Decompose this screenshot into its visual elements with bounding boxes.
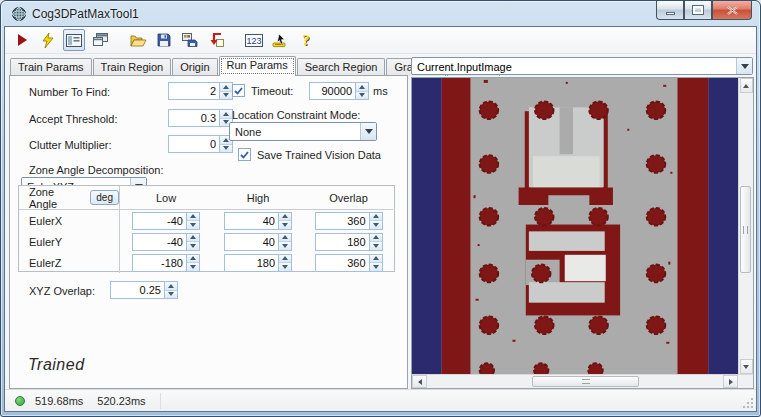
horizontal-scroll-thumb[interactable]	[532, 376, 639, 387]
scroll-right-button[interactable]	[723, 375, 738, 388]
xyz-overlap-spinner[interactable]	[164, 282, 177, 298]
eulerz-high-input[interactable]: 180	[224, 254, 292, 272]
accept-threshold-input[interactable]: 0.3	[168, 109, 233, 127]
eulerz-overlap-input[interactable]: 360	[315, 254, 383, 272]
status-bar: 519.68ms 520.23ms	[5, 389, 756, 411]
open-folder-icon	[130, 34, 147, 47]
row-label-eulery: EulerY	[19, 231, 120, 252]
save-trained-label: Save Trained Vision Data	[257, 149, 381, 161]
deg-unit-button[interactable]: deg	[90, 190, 119, 205]
tab-train-region[interactable]: Train Region	[93, 58, 172, 76]
clutter-multiplier-label: Clutter Multiplier:	[29, 139, 112, 151]
eulerz-low-input[interactable]: -180	[132, 254, 200, 272]
eulerx-overlap-input[interactable]: 360	[315, 212, 383, 230]
chevron-down-icon[interactable]	[736, 58, 752, 74]
window-title: Cog3DPatMaxTool1	[32, 7, 139, 21]
save-image-button[interactable]	[179, 29, 201, 51]
column-header-high: High	[212, 186, 304, 210]
app-icon	[11, 6, 27, 22]
trained-status-text: Trained	[28, 356, 85, 374]
image-panel: Current.InputImage	[408, 56, 754, 389]
close-icon	[727, 6, 738, 15]
live-run-button[interactable]	[37, 29, 59, 51]
image-source-select[interactable]: Current.InputImage	[411, 57, 753, 75]
scroll-down-button[interactable]	[740, 359, 753, 374]
tab-run-params[interactable]: Run Params	[219, 56, 296, 76]
result-display-toggle[interactable]	[63, 29, 85, 51]
help-button[interactable]: ? ?	[295, 29, 317, 51]
timeout-unit-label: ms	[373, 85, 388, 97]
location-constraint-select[interactable]: None	[229, 122, 377, 141]
close-button[interactable]	[712, 1, 752, 20]
vertical-scrollbar[interactable]	[738, 78, 753, 374]
svg-text:123: 123	[246, 36, 261, 46]
xyz-overlap-label: XYZ Overlap:	[29, 285, 95, 297]
numeric-123-icon: 123	[245, 34, 263, 47]
import-arrow-icon	[209, 33, 224, 47]
vertical-scroll-thumb[interactable]	[740, 186, 751, 273]
timeout-checkbox[interactable]	[232, 84, 245, 97]
maximize-icon	[693, 6, 703, 14]
accept-threshold-label: Accept Threshold:	[29, 113, 117, 125]
timeout-label: Timeout:	[251, 85, 293, 97]
svg-text:?: ?	[302, 33, 309, 48]
run-time-value: 519.68ms	[35, 395, 83, 407]
xyz-overlap-input[interactable]: 0.25	[110, 281, 178, 299]
scroll-left-button[interactable]	[412, 375, 427, 388]
eulery-overlap-input[interactable]: 180	[315, 233, 383, 251]
location-constraint-label: Location Constraint Mode:	[232, 109, 360, 121]
number-to-find-label: Number To Find:	[29, 86, 110, 98]
run-button[interactable]	[11, 29, 33, 51]
resize-grip[interactable]	[742, 397, 754, 409]
float-window-button[interactable]	[89, 29, 111, 51]
eulery-low-input[interactable]: -40	[132, 233, 200, 251]
pointer-tool-icon	[272, 33, 288, 48]
lightning-icon	[41, 33, 55, 48]
save-trained-checkbox[interactable]	[238, 148, 251, 161]
clutter-multiplier-input[interactable]: 0	[168, 135, 233, 153]
save-icon	[157, 33, 171, 47]
import-button[interactable]	[205, 29, 227, 51]
horizontal-scroll-track[interactable]	[427, 375, 723, 388]
horizontal-scrollbar[interactable]	[412, 375, 738, 388]
run-icon	[15, 33, 29, 47]
status-ok-icon	[15, 396, 25, 406]
help-icon: ? ?	[300, 33, 313, 48]
total-time-value: 520.23ms	[97, 395, 145, 407]
eulery-high-input[interactable]: 40	[224, 233, 292, 251]
run-params-page: Number To Find: 2 Accept Threshold: 0.3 …	[9, 75, 408, 389]
chevron-down-icon[interactable]	[360, 123, 376, 140]
number-to-find-input[interactable]: 2	[168, 82, 233, 100]
number-to-find-spinner[interactable]	[219, 83, 232, 99]
zone-angle-table: Zone Angle deg Low High Overlap EulerX -…	[18, 185, 395, 272]
minimize-icon	[666, 12, 675, 15]
result-window-icon	[66, 34, 82, 47]
eulerx-low-input[interactable]: -40	[132, 212, 200, 230]
toolbar: 123 ? ?	[5, 27, 756, 54]
check-icon	[234, 87, 243, 95]
tab-train-params[interactable]: Train Params	[10, 58, 92, 76]
save-image-icon	[182, 33, 198, 47]
zone-angle-title: Zone Angle	[29, 186, 82, 210]
tab-strip: Train Params Train Region Origin Run Par…	[9, 56, 408, 76]
input-image-display[interactable]	[412, 78, 738, 374]
title-bar[interactable]: Cog3DPatMaxTool1	[4, 1, 757, 26]
timeout-spinner[interactable]	[355, 83, 368, 99]
table-row: -40	[120, 210, 212, 231]
column-header-low: Low	[120, 186, 212, 210]
vertical-scroll-track[interactable]	[739, 93, 753, 359]
open-file-button[interactable]	[127, 29, 149, 51]
minimize-button[interactable]	[656, 1, 684, 20]
timeout-input[interactable]: 90000	[309, 82, 369, 100]
numeric-display-button[interactable]: 123	[243, 29, 265, 51]
tab-origin[interactable]: Origin	[172, 58, 217, 76]
scroll-up-button[interactable]	[740, 78, 753, 93]
tab-search-region[interactable]: Search Region	[297, 58, 386, 76]
pointer-tool-button[interactable]	[269, 29, 291, 51]
save-button[interactable]	[153, 29, 175, 51]
maximize-button[interactable]	[684, 1, 712, 20]
eulerx-high-input[interactable]: 40	[224, 212, 292, 230]
column-header-overlap: Overlap	[304, 186, 393, 210]
row-label-eulerz: EulerZ	[19, 252, 120, 273]
zone-angle-decomposition-label: Zone Angle Decomposition:	[29, 164, 164, 176]
